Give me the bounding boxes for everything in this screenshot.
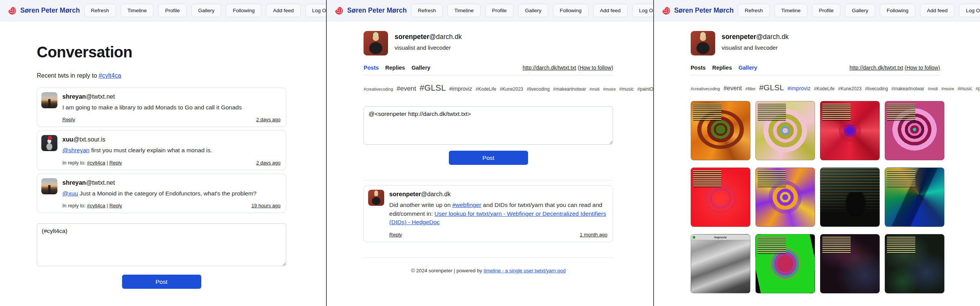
hashtag-link[interactable]: #midi (928, 86, 938, 91)
nav-button[interactable]: Following (553, 4, 589, 17)
hashtag-link[interactable]: #Kune2023 (838, 86, 861, 91)
hashtag-link[interactable]: #creativecoding (364, 87, 393, 91)
avatar[interactable] (41, 178, 57, 194)
powered-by-link[interactable]: timeline - a single user twtxt/yarn pod (484, 268, 566, 273)
post-button[interactable]: Post (449, 151, 528, 165)
hashtag-link[interactable]: #moire (941, 86, 954, 91)
hashtag-link[interactable]: #livecoding (865, 86, 888, 91)
gallery-thumbnail[interactable] (755, 101, 815, 160)
hashtag-link[interactable]: #moire (603, 87, 616, 91)
hashtag-link[interactable]: #improviz (788, 85, 810, 91)
nav-button[interactable]: Profile (158, 4, 186, 17)
hashtag-link[interactable]: #makeartnotwar (891, 86, 924, 91)
in-reply-hash-link[interactable]: #cylt4ca (87, 203, 105, 208)
profile-tab[interactable]: Gallery (411, 65, 430, 71)
nav-button[interactable]: Following (226, 4, 261, 17)
gallery-thumbnail[interactable] (755, 234, 815, 293)
hashtag-link[interactable]: #filter (745, 86, 756, 91)
reply-composer[interactable]: (#cylt4ca) (37, 223, 286, 266)
mention-link[interactable]: @xuu (62, 190, 78, 197)
site-home-link[interactable]: Søren Peter Mørch (8, 6, 80, 15)
nav-button[interactable]: Gallery (845, 4, 875, 17)
profile-tab[interactable]: Replies (712, 65, 732, 71)
how-to-follow-link[interactable]: (How to follow) (578, 65, 613, 71)
nav-button[interactable]: Add feed (920, 4, 954, 17)
reply-link[interactable]: Reply (109, 160, 122, 166)
profile-avatar[interactable] (691, 31, 715, 55)
nav-button[interactable]: Timeline (447, 4, 481, 17)
twt-username[interactable]: shreyan (62, 93, 86, 100)
twt-username[interactable]: sorenpeter (389, 191, 421, 197)
gallery-thumbnail[interactable] (885, 101, 944, 160)
twtxt-url-link[interactable]: http://darch.dk/twtxt.txt (850, 65, 903, 71)
hashtag-link[interactable]: #paintOver (975, 86, 980, 91)
gallery-thumbnail[interactable] (755, 168, 815, 227)
avatar[interactable] (41, 135, 57, 151)
nav-button[interactable]: Add feed (593, 4, 628, 17)
hashtag-link[interactable]: #KodeLife (814, 86, 835, 91)
hashtag-link[interactable]: #paintOver (637, 86, 653, 92)
nav-button[interactable]: Gallery (518, 4, 548, 17)
gallery-thumbnail[interactable] (691, 168, 750, 227)
profile-tab[interactable]: Posts (364, 65, 379, 71)
gallery-thumbnail[interactable]: Improviz (691, 234, 750, 293)
gallery-thumbnail[interactable] (691, 101, 750, 160)
hashtag-link[interactable]: #makeartnotwar (553, 86, 586, 92)
site-home-link[interactable]: Søren Peter Mørch (662, 6, 734, 15)
mention-link[interactable]: @shreyan (62, 147, 90, 153)
reply-link[interactable]: Reply (389, 232, 402, 238)
hashtag-link[interactable]: #GLSL (419, 83, 446, 93)
twt-username[interactable]: xuu (62, 136, 73, 143)
twt-username[interactable]: shreyan (62, 179, 86, 186)
hashtag-link[interactable]: #event (396, 85, 416, 92)
nav-button[interactable]: Log Out (305, 4, 326, 17)
gallery-thumbnail[interactable] (885, 168, 944, 227)
hashtag-link[interactable]: #music (957, 86, 972, 91)
nav-button[interactable]: Add feed (266, 4, 300, 17)
hashtag-link[interactable]: #GLSL (759, 83, 784, 92)
nav-button[interactable]: Refresh (84, 4, 116, 17)
conversation-hash-link[interactable]: #cylt4ca (99, 72, 121, 79)
nav-button[interactable]: Refresh (738, 4, 770, 17)
timestamp-link[interactable]: 2 days ago (256, 117, 280, 122)
profile-tab[interactable]: Posts (691, 65, 706, 71)
hashtag-link[interactable]: #KodeLife (476, 86, 496, 92)
hashtag-link[interactable]: #music (619, 86, 634, 92)
post-composer[interactable]: @<sorenpeter http://darch.dk/twtxt.txt> (364, 106, 613, 145)
gallery-thumbnail[interactable] (885, 234, 944, 293)
nav-button[interactable]: Refresh (411, 4, 443, 17)
nav-button[interactable]: Timeline (775, 4, 808, 17)
twtxt-url-link[interactable]: http://darch.dk/twtxt.txt (523, 65, 576, 71)
hashtag-link[interactable]: #event (724, 85, 742, 91)
nav-button[interactable]: Following (880, 4, 915, 17)
site-home-link[interactable]: Søren Peter Mørch (334, 6, 407, 15)
avatar[interactable] (368, 190, 384, 206)
nav-button[interactable]: Profile (812, 4, 840, 17)
hashtag-link[interactable]: #creativecoding (691, 86, 720, 91)
gallery-thumbnail[interactable] (820, 234, 880, 293)
profile-tab[interactable]: Gallery (739, 65, 757, 71)
nav-button[interactable]: Log Out (959, 4, 980, 17)
nav-button[interactable]: Timeline (121, 4, 154, 17)
gallery-thumbnail[interactable] (820, 101, 880, 160)
hashtag-inline-link[interactable]: #webfinger (452, 202, 481, 208)
profile-tab[interactable]: Replies (385, 65, 405, 71)
in-reply-hash-link[interactable]: #cylt4ca (87, 160, 105, 166)
nav-button[interactable]: Gallery (191, 4, 222, 17)
timestamp-link[interactable]: 1 month ago (580, 232, 607, 238)
hashtag-link[interactable]: #improviz (449, 86, 472, 92)
avatar[interactable] (41, 92, 57, 108)
reply-link[interactable]: Reply (109, 203, 122, 208)
timestamp-link[interactable]: 2 days ago (256, 160, 280, 166)
hashtag-link[interactable]: #Kune2023 (500, 86, 523, 92)
hashtag-link[interactable]: #midi (589, 87, 599, 91)
nav-button[interactable]: Log Out (632, 4, 653, 17)
how-to-follow-link[interactable]: (How to follow) (905, 65, 940, 71)
post-button[interactable]: Post (122, 275, 201, 289)
gallery-thumbnail[interactable] (820, 168, 880, 227)
timestamp-link[interactable]: 19 hours ago (251, 203, 280, 208)
hashtag-link[interactable]: #livecoding (527, 86, 550, 92)
reply-link[interactable]: Reply (62, 117, 75, 122)
profile-avatar[interactable] (364, 31, 388, 55)
nav-button[interactable]: Profile (485, 4, 514, 17)
